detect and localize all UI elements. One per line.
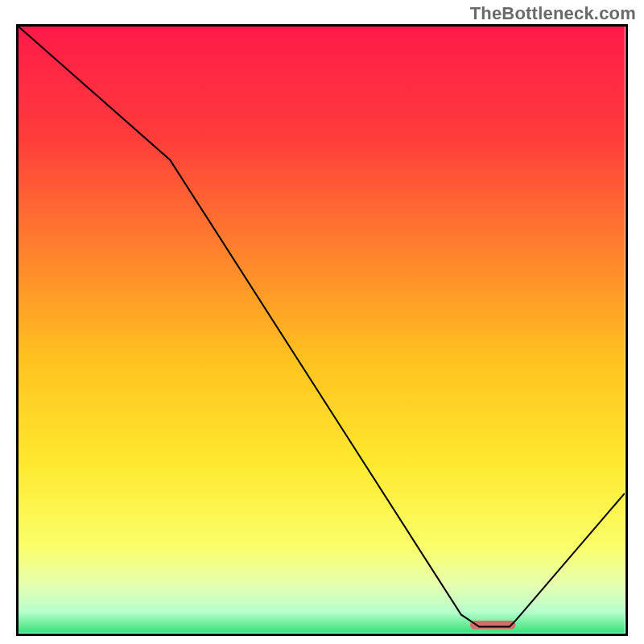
plot-svg (19, 27, 625, 633)
chart-stage: TheBottleneck.com (0, 0, 644, 644)
watermark-text: TheBottleneck.com (470, 3, 636, 24)
plot-frame (16, 24, 628, 636)
gradient-background (19, 27, 625, 633)
